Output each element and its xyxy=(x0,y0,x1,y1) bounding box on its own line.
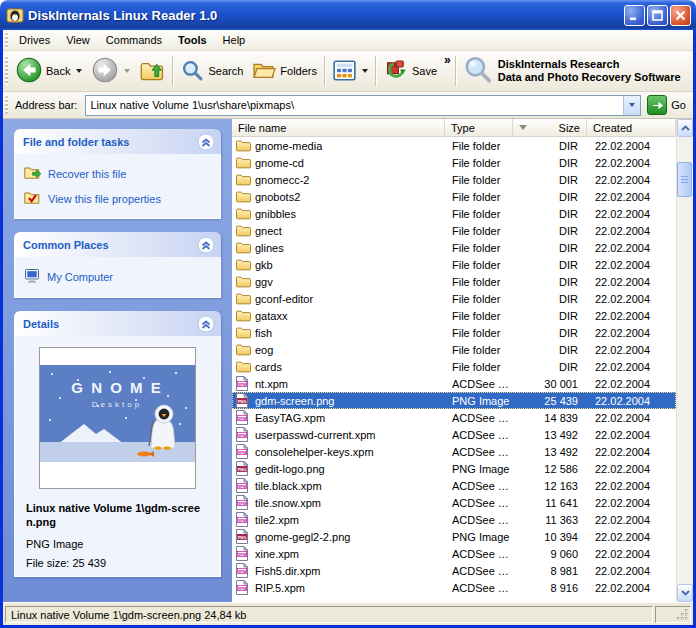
scrollbar-up-button[interactable] xyxy=(677,119,693,137)
file-name-cell: PNGgedit-logo.png xyxy=(232,461,445,476)
up-button[interactable] xyxy=(135,56,170,87)
file-row[interactable]: gnomecc-2File folderDIR22.02.2004 xyxy=(232,171,676,188)
toolbar-overflow-chevron[interactable]: » xyxy=(442,53,453,67)
file-row[interactable]: gnectFile folderDIR22.02.2004 xyxy=(232,222,676,239)
file-row[interactable]: XPMconsolehelper-keys.xpmACDSee …13 4922… xyxy=(232,443,676,460)
folders-button[interactable]: Folders xyxy=(248,57,322,86)
file-row[interactable]: XPMtile.black.xpmACDSee …12 16322.02.200… xyxy=(232,477,676,494)
png-icon: PNG xyxy=(236,461,251,476)
column-header-file-name[interactable]: File name xyxy=(232,119,445,136)
maximize-button[interactable] xyxy=(647,5,668,26)
scrollbar-track[interactable] xyxy=(677,137,693,584)
file-row[interactable]: PNGgdm-screen.pngPNG Image25 43922.02.20… xyxy=(232,392,676,409)
xpm-icon: XPM xyxy=(236,444,251,459)
collapse-chevron-icon[interactable] xyxy=(197,315,215,333)
file-name-cell: XPMFish5.dir.xpm xyxy=(232,563,445,578)
file-row[interactable]: XPMnt.xpmACDSee …30 00122.02.2004 xyxy=(232,375,676,392)
file-row[interactable]: fishFile folderDIR22.02.2004 xyxy=(232,324,676,341)
brand-banner[interactable]: DiskInternals Research Data and Photo Re… xyxy=(459,55,685,87)
toolbar-grip[interactable] xyxy=(5,57,8,85)
file-name-cell: XPMEasyTAG.xpm xyxy=(232,410,445,425)
addressbar-grip[interactable] xyxy=(5,96,8,114)
file-created-cell: 22.02.2004 xyxy=(587,157,676,169)
file-name-cell: PNGgdm-screen.png xyxy=(232,393,445,408)
details-header[interactable]: Details xyxy=(14,311,221,336)
menu-item-tools[interactable]: Tools xyxy=(170,32,215,48)
collapse-chevron-icon[interactable] xyxy=(197,133,215,151)
file-folder-tasks-header[interactable]: File and folder tasks xyxy=(14,129,221,154)
file-row[interactable]: gnome-mediaFile folderDIR22.02.2004 xyxy=(232,137,676,154)
toolbar-separator xyxy=(375,56,377,86)
file-name-label: gkb xyxy=(255,259,273,271)
vertical-scrollbar[interactable] xyxy=(676,119,693,602)
back-button[interactable]: Back xyxy=(11,55,87,87)
column-header-size[interactable]: Size xyxy=(513,119,587,136)
toolbar-separator xyxy=(455,56,457,86)
file-row[interactable]: XPMuserpasswd-current.xpmACDSee …13 4922… xyxy=(232,426,676,443)
my-computer-icon xyxy=(24,268,41,286)
go-button[interactable] xyxy=(647,95,667,115)
column-header-created[interactable]: Created xyxy=(587,119,676,136)
menu-item-view[interactable]: View xyxy=(58,32,98,48)
file-row[interactable]: XPMEasyTAG.xpmACDSee …14 83922.02.2004 xyxy=(232,409,676,426)
file-row[interactable]: gconf-editorFile folderDIR22.02.2004 xyxy=(232,290,676,307)
address-dropdown-button[interactable] xyxy=(623,96,640,115)
search-button[interactable]: Search xyxy=(176,57,248,86)
file-type-cell: File folder xyxy=(445,242,513,254)
file-size-cell: DIR xyxy=(513,140,587,152)
title-bar[interactable]: DiskInternals Linux Reader 1.0 xyxy=(0,0,696,30)
resize-grip[interactable] xyxy=(676,608,689,621)
my-computer-link[interactable]: My Computer xyxy=(24,264,211,290)
forward-dropdown-arrow[interactable] xyxy=(124,69,130,73)
file-name-label: gataxx xyxy=(255,310,287,322)
menu-item-drives[interactable]: Drives xyxy=(11,32,58,48)
file-row[interactable]: XPMxine.xpmACDSee …9 06022.02.2004 xyxy=(232,545,676,562)
file-row[interactable]: gataxxFile folderDIR22.02.2004 xyxy=(232,307,676,324)
save-button[interactable]: Save xyxy=(379,56,442,86)
file-row[interactable]: gkbFile folderDIR22.02.2004 xyxy=(232,256,676,273)
file-type-cell: File folder xyxy=(445,259,513,271)
xpm-icon: XPM xyxy=(236,580,251,595)
file-row[interactable]: cardsFile folderDIR22.02.2004 xyxy=(232,358,676,375)
folder-icon xyxy=(236,156,251,169)
file-row[interactable]: XPMtile.snow.xpmACDSee …11 64122.02.2004 xyxy=(232,494,676,511)
file-size-cell: DIR xyxy=(513,191,587,203)
close-button[interactable] xyxy=(670,5,691,26)
file-row[interactable]: gnome-cdFile folderDIR22.02.2004 xyxy=(232,154,676,171)
file-row[interactable]: XPMtile2.xpmACDSee …11 36322.02.2004 xyxy=(232,511,676,528)
scrollbar-thumb[interactable] xyxy=(677,162,692,197)
file-row[interactable]: gnobots2File folderDIR22.02.2004 xyxy=(232,188,676,205)
views-dropdown-arrow[interactable] xyxy=(362,69,368,73)
minimize-button[interactable] xyxy=(624,5,645,26)
collapse-chevron-icon[interactable] xyxy=(197,236,215,254)
brand-text: DiskInternals Research Data and Photo Re… xyxy=(498,58,681,84)
common-places-header[interactable]: Common Places xyxy=(14,232,221,257)
file-size-cell: 8 916 xyxy=(513,582,587,594)
file-size-cell: DIR xyxy=(513,174,587,186)
address-input[interactable] xyxy=(86,96,623,115)
back-dropdown-arrow[interactable] xyxy=(76,69,82,73)
scrollbar-down-button[interactable] xyxy=(677,584,693,602)
menubar-grip[interactable] xyxy=(5,33,8,47)
go-label[interactable]: Go xyxy=(671,99,688,111)
file-type-cell: ACDSee … xyxy=(445,378,513,390)
menu-item-commands[interactable]: Commands xyxy=(98,32,170,48)
forward-button[interactable] xyxy=(87,55,135,87)
file-row[interactable]: PNGgedit-logo.pngPNG Image12 58622.02.20… xyxy=(232,460,676,477)
file-row[interactable]: gnibblesFile folderDIR22.02.2004 xyxy=(232,205,676,222)
file-row[interactable]: glinesFile folderDIR22.02.2004 xyxy=(232,239,676,256)
go-arrow-icon xyxy=(651,99,664,112)
file-name-cell: XPMuserpasswd-current.xpm xyxy=(232,427,445,442)
column-header-type[interactable]: Type xyxy=(445,119,513,136)
file-name-cell: glines xyxy=(232,241,445,254)
recover-file-link[interactable]: Recover this file xyxy=(24,161,211,186)
status-bar: Linux native Volume 1\gdm-screen.png 24,… xyxy=(3,602,693,625)
file-row[interactable]: PNGgnome-gegl2-2.pngPNG Image10 39422.02… xyxy=(232,528,676,545)
view-file-properties-link[interactable]: View this file properties xyxy=(24,186,211,211)
menu-item-help[interactable]: Help xyxy=(215,32,254,48)
file-row[interactable]: eogFile folderDIR22.02.2004 xyxy=(232,341,676,358)
views-button[interactable] xyxy=(328,58,373,85)
file-row[interactable]: XPMFish5.dir.xpmACDSee …8 98122.02.2004 xyxy=(232,562,676,579)
file-row[interactable]: XPMRIP.5.xpmACDSee …8 91622.02.2004 xyxy=(232,579,676,596)
file-row[interactable]: ggvFile folderDIR22.02.2004 xyxy=(232,273,676,290)
